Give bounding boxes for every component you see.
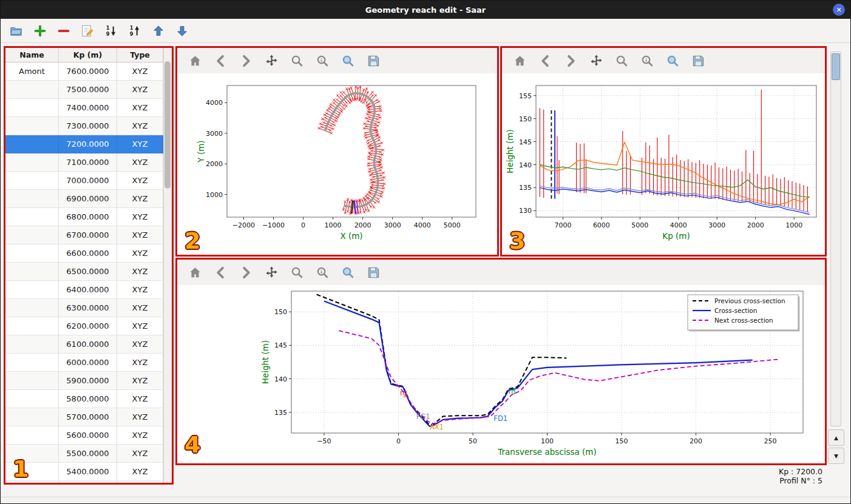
zoom-icon[interactable] [289,264,305,280]
table-cell-name[interactable] [5,153,59,172]
table-cell-type[interactable]: XYZ [117,263,163,281]
close-button[interactable]: ✕ [833,4,845,16]
table-row[interactable]: 6700.0000XYZ [5,226,172,244]
zoom-rect-icon[interactable] [340,264,356,280]
table-cell-kp[interactable]: 6000.0000 [59,354,117,372]
zoom-icon[interactable] [289,53,305,69]
table-cell-type[interactable]: XYZ [117,445,163,463]
zoom-icon[interactable] [614,53,629,69]
table-cell-name[interactable] [5,372,59,390]
table-cell-type[interactable]: XYZ [117,172,163,190]
column-header-kp[interactable]: Kp (m) [59,48,117,62]
table-cell-name[interactable] [5,299,59,317]
table-cell-name[interactable] [5,135,59,153]
plan-view-canvas[interactable]: −2000−1000010002000300040005000100020003… [177,73,497,255]
table-cell-type[interactable]: XYZ [117,408,163,426]
table-cell-kp[interactable]: 5500.0000 [59,445,117,463]
zoom-info-icon[interactable] [314,264,330,280]
table-cell-kp[interactable]: 6700.0000 [59,226,117,244]
save-icon[interactable] [690,53,706,69]
table-cell-kp[interactable]: 6400.0000 [59,281,117,299]
table-cell-kp[interactable]: 6800.0000 [59,208,117,226]
table-cell-type[interactable]: XYZ [117,62,163,81]
cross-section-canvas[interactable]: −50050100150200250135140145150Transverse… [177,285,825,463]
table-cell-kp[interactable]: 7600.0000 [59,62,117,81]
table-cell-type[interactable]: XYZ [117,81,163,99]
pan-icon[interactable] [263,264,279,280]
zoom-rect-icon[interactable] [665,53,680,69]
profile-up-button[interactable]: ▲ [828,429,844,446]
forward-icon[interactable] [238,53,254,69]
forward-icon[interactable] [563,53,578,69]
table-cell-name[interactable] [5,172,59,190]
table-cell-name[interactable] [5,281,59,299]
table-cell-kp[interactable]: 6200.0000 [59,317,117,335]
edit-row-icon[interactable] [80,24,95,38]
table-cell-kp[interactable]: 6300.0000 [59,299,117,317]
table-cell-kp[interactable]: 7400.0000 [59,99,117,117]
table-cell-name[interactable] [5,390,59,408]
sort-ascending-icon[interactable]: 19 [127,24,142,38]
forward-icon[interactable] [238,264,254,280]
table-row[interactable]: 7000.0000XYZ [5,172,172,190]
table-cell-type[interactable]: XYZ [117,135,163,153]
table-cell-kp[interactable]: 5900.0000 [59,372,117,390]
main-scrollbar[interactable] [830,52,841,426]
table-cell-name[interactable] [5,208,59,226]
table-row[interactable]: Amont7600.0000XYZ [5,62,172,81]
table-cell-type[interactable]: XYZ [117,281,163,299]
table-cell-name[interactable] [5,226,59,244]
table-cell-kp[interactable]: 7300.0000 [59,117,117,135]
table-cell-name[interactable] [5,426,59,445]
table-row[interactable]: 5500.0000XYZ [5,445,172,463]
table-cell-kp[interactable]: 6900.0000 [59,190,117,208]
table-row[interactable]: 5400.0000XYZ [5,463,172,481]
table-cell-kp[interactable]: 6600.0000 [59,244,117,263]
column-header-type[interactable]: Type [117,48,163,62]
table-cell-type[interactable]: XYZ [117,117,163,135]
table-row[interactable]: 7500.0000XYZ [5,81,172,99]
table-cell-type[interactable]: XYZ [117,244,163,263]
table-cell-kp[interactable]: 5600.0000 [59,426,117,445]
table-row[interactable]: 5700.0000XYZ [5,408,172,426]
table-row[interactable]: 6600.0000XYZ [5,244,172,263]
table-cell-type[interactable]: XYZ [117,390,163,408]
table-row[interactable]: 7100.0000XYZ [5,153,172,172]
table-cell-name[interactable] [5,408,59,426]
table-cell-kp[interactable]: 5400.0000 [59,463,117,481]
table-cell-kp[interactable]: 6100.0000 [59,335,117,354]
table-row[interactable]: 6500.0000XYZ [5,263,172,281]
home-icon[interactable] [512,53,527,69]
back-icon[interactable] [212,264,228,280]
table-cell-type[interactable]: XYZ [117,372,163,390]
save-icon[interactable] [365,264,381,280]
zoom-info-icon[interactable] [639,53,655,69]
home-icon[interactable] [187,53,203,69]
long-profile-canvas[interactable]: 7000600050004000300020001000130135140145… [502,73,825,255]
table-row[interactable]: 6000.0000XYZ [5,354,172,372]
table-cell-name[interactable] [5,190,59,208]
table-cell-name[interactable] [5,263,59,281]
table-cell-kp[interactable]: 7000.0000 [59,172,117,190]
move-up-icon[interactable] [151,24,166,38]
table-cell-name[interactable] [5,81,59,99]
table-cell-type[interactable]: XYZ [117,481,163,483]
table-cell-type[interactable]: XYZ [117,354,163,372]
table-scrollbar-thumb[interactable] [164,61,171,189]
table-cell-type[interactable]: XYZ [117,153,163,172]
table-row[interactable]: 5600.0000XYZ [5,426,172,445]
table-row[interactable]: 7300.0000XYZ [5,117,172,135]
main-scrollbar-thumb[interactable] [832,53,840,80]
table-cell-name[interactable]: Amont [5,62,59,81]
table-row[interactable]: 6900.0000XYZ [5,190,172,208]
table-cell-type[interactable]: XYZ [117,208,163,226]
sort-descending-icon[interactable]: 19 [104,24,118,38]
table-cell-type[interactable]: XYZ [117,99,163,117]
table-row[interactable]: 6200.0000XYZ [5,317,172,335]
table-row[interactable]: 7400.0000XYZ [5,99,172,117]
table-cell-name[interactable] [5,445,59,463]
table-row[interactable]: 6100.0000XYZ [5,335,172,354]
table-cell-type[interactable]: XYZ [117,463,163,481]
back-icon[interactable] [212,53,228,69]
table-row[interactable]: 6300.0000XYZ [5,299,172,317]
